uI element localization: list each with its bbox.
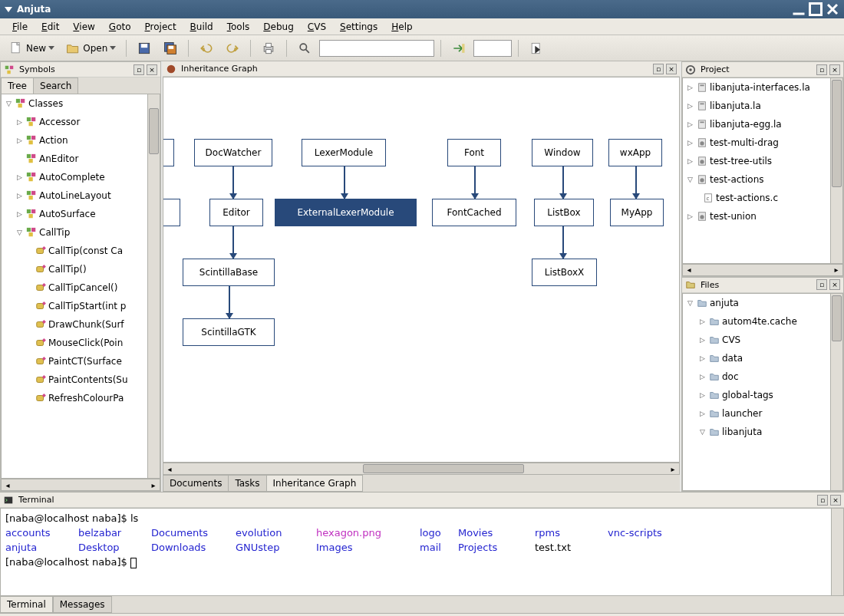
tree-row[interactable]: ▷libanjuta-interfaces.la	[683, 78, 842, 97]
term-tab-terminal[interactable]: Terminal	[0, 596, 53, 613]
save-all-button[interactable]	[159, 38, 182, 59]
project-tree[interactable]: ▷libanjuta-interfaces.la▷libanjuta.la▷li…	[682, 77, 843, 264]
tree-row[interactable]: ▷launcher	[683, 404, 842, 423]
window-menu-icon[interactable]	[5, 7, 12, 12]
tree-row[interactable]: ▷AutoComplete	[2, 168, 160, 186]
tree-row[interactable]: ▷test-union	[683, 207, 842, 226]
find-input[interactable]	[319, 40, 434, 57]
tree-row[interactable]: ▷global-tags	[683, 386, 842, 404]
menu-file[interactable]: File	[6, 20, 34, 34]
tree-row[interactable]: ▽anjuta	[683, 294, 842, 312]
graph-node-editor[interactable]: Editor	[209, 199, 263, 226]
terminal-output[interactable]: [naba@localhost naba]$ lsaccountsbelzaba…	[0, 508, 844, 596]
graph-node-fontcached[interactable]: FontCached	[432, 199, 516, 226]
scrollbar-h[interactable]: ◂ ▸	[163, 463, 680, 475]
panel-min-icon[interactable]: ▫	[653, 64, 664, 74]
tree-row[interactable]: ▷Action	[2, 131, 160, 150]
graph-canvas[interactable]: DocWatcherLexerModuleFontWindowwxAppEdit…	[163, 77, 680, 463]
doc-tab-documents[interactable]: Documents	[163, 475, 229, 492]
graph-node-listbox[interactable]: ListBox	[534, 199, 594, 226]
tree-row[interactable]: ▷AutoLineLayout	[2, 186, 160, 205]
menu-project[interactable]: Project	[139, 20, 183, 34]
scrollbar[interactable]	[831, 509, 843, 595]
graph-node-wxapp[interactable]: wxApp	[608, 139, 662, 166]
tree-row[interactable]: ▷Accessor	[2, 113, 160, 131]
menu-debug[interactable]: Debug	[257, 20, 299, 34]
menu-edit[interactable]: Edit	[35, 20, 65, 34]
panel-min-icon[interactable]: ▫	[816, 279, 827, 290]
tree-row[interactable]: RefreshColourPa	[2, 389, 160, 407]
find-button[interactable]	[293, 38, 316, 59]
open-button[interactable]: Open	[61, 38, 120, 59]
print-button[interactable]	[257, 38, 280, 59]
goto-button[interactable]	[447, 38, 470, 59]
scrollbar[interactable]	[147, 94, 160, 478]
graph-node-font[interactable]: Font	[447, 139, 501, 166]
tree-row[interactable]: ▷CVS	[683, 331, 842, 349]
tree-row[interactable]: ▷AutoSurface	[2, 205, 160, 223]
tree-row[interactable]: ▷doc	[683, 367, 842, 386]
panel-min-icon[interactable]: ▫	[816, 64, 827, 75]
menu-goto[interactable]: Goto	[103, 20, 137, 34]
graph-node-listboxx[interactable]: ListBoxX	[532, 259, 597, 286]
graph-node-window[interactable]: Window	[532, 139, 593, 166]
menu-settings[interactable]: Settings	[334, 20, 384, 34]
symbols-tree[interactable]: ▽Classes▷Accessor▷ActionAnEditor▷AutoCom…	[1, 94, 160, 479]
scrollbar[interactable]	[830, 78, 842, 263]
tree-row[interactable]: ▷libanjuta.la	[683, 97, 842, 115]
graph-node-external[interactable]: ExternalLexerModule	[275, 199, 417, 226]
graph-node-docwatcher[interactable]: DocWatcher	[194, 139, 272, 166]
scrollbar-h[interactable]: ◂▸	[682, 264, 843, 276]
tree-row[interactable]: AnEditor	[2, 150, 160, 168]
panel-min-icon[interactable]: ▫	[817, 495, 828, 506]
tree-row[interactable]: ▷libanjuta-egg.la	[683, 115, 842, 133]
panel-close-icon[interactable]: ×	[829, 279, 840, 290]
tree-row[interactable]: ▷autom4te.cache	[683, 312, 842, 331]
graph-node-scintillagtk[interactable]: ScintillaGTK	[183, 318, 275, 346]
save-button[interactable]	[133, 38, 156, 59]
tree-row[interactable]: ▷test-tree-utils	[683, 152, 842, 170]
goto-input[interactable]	[473, 40, 512, 57]
tree-row[interactable]: ▷test-multi-drag	[683, 133, 842, 152]
menu-tools[interactable]: Tools	[221, 20, 256, 34]
menu-cvs[interactable]: CVS	[302, 20, 332, 34]
tree-row[interactable]: CallTip()	[2, 260, 160, 278]
panel-close-icon[interactable]: ×	[830, 495, 841, 506]
minimize-button[interactable]	[792, 3, 806, 15]
panel-close-icon[interactable]: ×	[829, 64, 840, 75]
panel-min-icon[interactable]: ▫	[134, 64, 144, 75]
tree-row[interactable]: CallTipStart(int p	[2, 297, 160, 315]
panel-close-icon[interactable]: ×	[666, 64, 677, 74]
tree-row[interactable]: CallTipCancel()	[2, 278, 160, 297]
tree-row[interactable]: PaintContents(Su	[2, 371, 160, 389]
doc-tab-graph[interactable]: Inheritance Graph	[266, 475, 364, 492]
term-tab-messages[interactable]: Messages	[53, 596, 112, 613]
graph-node-myapp[interactable]: MyApp	[610, 199, 664, 226]
graph-node-lexermodule[interactable]: LexerModule	[302, 139, 386, 166]
menu-view[interactable]: View	[67, 20, 101, 34]
maximize-button[interactable]	[809, 3, 823, 15]
tree-row[interactable]: MouseClick(Poin	[2, 334, 160, 352]
tree-row[interactable]: ctest-actions.c	[683, 189, 842, 207]
graph-node-scintillabase[interactable]: ScintillaBase	[183, 259, 275, 286]
tree-row[interactable]: ▽CallTip	[2, 223, 160, 242]
symbols-tab-search[interactable]: Search	[33, 77, 78, 94]
symbols-tab-tree[interactable]: Tree	[1, 77, 34, 94]
doc-tab-tasks[interactable]: Tasks	[228, 475, 266, 492]
tree-row[interactable]: ▽libanjuta	[683, 423, 842, 441]
scrollbar-h[interactable]: ◂▸	[1, 479, 160, 491]
tree-row[interactable]: DrawChunk(Surf	[2, 315, 160, 334]
execute-button[interactable]	[525, 38, 548, 59]
files-tree[interactable]: ▽anjuta▷autom4te.cache▷CVS▷data▷doc▷glob…	[682, 293, 843, 492]
new-button[interactable]: New	[5, 38, 58, 59]
tree-row[interactable]: ▷data	[683, 349, 842, 367]
close-button[interactable]	[826, 3, 839, 15]
tree-row[interactable]: ▽Classes	[2, 94, 160, 113]
tree-row[interactable]: CallTip(const Ca	[2, 242, 160, 260]
scrollbar[interactable]	[830, 294, 842, 491]
menu-build[interactable]: Build	[184, 20, 219, 34]
menu-help[interactable]: Help	[385, 20, 418, 34]
undo-button[interactable]	[195, 38, 218, 59]
tree-row[interactable]: ▽test-actions	[683, 170, 842, 189]
tree-row[interactable]: PaintCT(Surface	[2, 352, 160, 371]
